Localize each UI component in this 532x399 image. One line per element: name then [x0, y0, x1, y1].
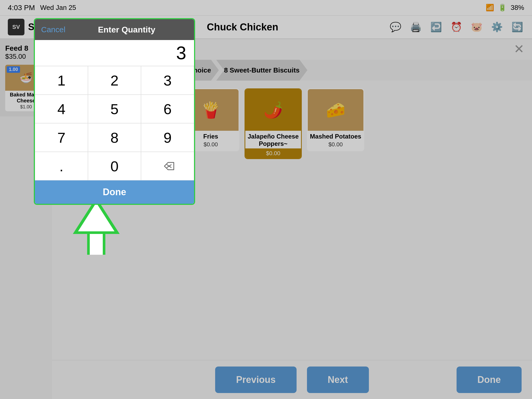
modal-display: 3	[35, 40, 194, 66]
key-5[interactable]: 5	[88, 95, 141, 123]
modal-done-button[interactable]: Done	[35, 180, 194, 204]
arrow-body	[87, 234, 105, 255]
modal-display-value: 3	[176, 43, 186, 63]
key-7[interactable]: 7	[35, 123, 88, 152]
key-2[interactable]: 2	[88, 66, 141, 95]
key-3[interactable]: 3	[141, 66, 194, 95]
key-4[interactable]: 4	[35, 95, 88, 123]
quantity-modal: Cancel Enter Quantity 3 1 2 3 4 5 6 7 8 …	[34, 18, 195, 205]
modal-cancel-button[interactable]: Cancel	[41, 25, 65, 34]
modal-header: Cancel Enter Quantity	[35, 19, 194, 40]
key-1[interactable]: 1	[35, 66, 88, 95]
arrow-shape	[70, 198, 122, 255]
key-dot[interactable]: .	[35, 152, 88, 180]
key-6[interactable]: 6	[141, 95, 194, 123]
key-9[interactable]: 9	[141, 123, 194, 152]
key-8[interactable]: 8	[88, 123, 141, 152]
key-0[interactable]: 0	[88, 152, 141, 180]
keypad: 1 2 3 4 5 6 7 8 9 . 0	[35, 66, 194, 180]
arrow-indicator	[70, 198, 122, 255]
key-backspace[interactable]	[141, 152, 194, 180]
modal-title: Enter Quantity	[65, 25, 188, 35]
